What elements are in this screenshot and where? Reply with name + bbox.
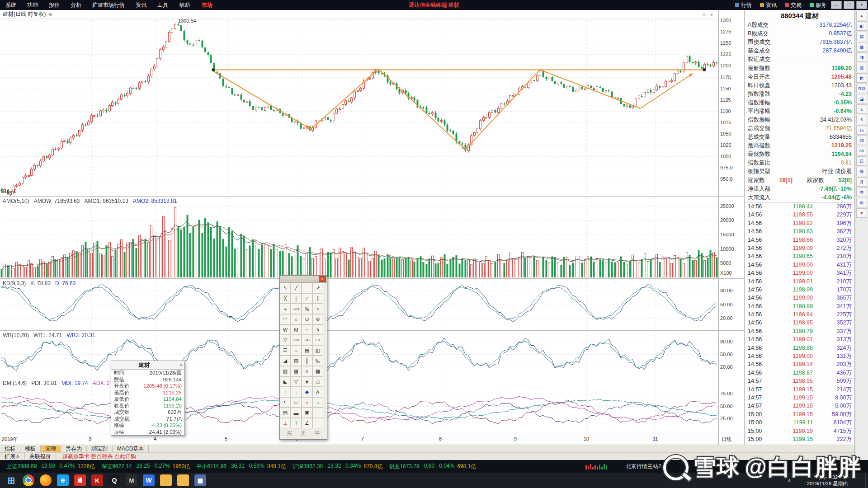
draw-tool-⊙[interactable]: ⊙ [302, 314, 312, 324]
draw-tool-▥[interactable]: ▥ [312, 345, 323, 356]
menu-item-功能[interactable]: 功能 [22, 0, 43, 10]
draw-tool-%[interactable]: % [302, 304, 312, 314]
strip-button-▼[interactable]: ▼ [856, 208, 867, 218]
draw-tool-⊘[interactable]: ⊘ [312, 314, 323, 324]
draw-tool-∠[interactable]: ∠ [302, 418, 312, 428]
draw-tool-—[interactable]: — [302, 283, 312, 293]
draw-tool-▤[interactable]: ▤ [302, 345, 312, 356]
tab-关联报价[interactable]: 关联报价 [25, 453, 56, 460]
tick-list[interactable]: 14:561198.44286万14:561198.55229万14:56119… [745, 202, 855, 443]
firefox-icon[interactable] [40, 474, 52, 486]
tab-模板[interactable]: 模板 [20, 446, 41, 452]
draw-tool-W[interactable]: W [280, 324, 291, 335]
chrome-icon[interactable] [23, 474, 34, 486]
folder-icon[interactable] [160, 474, 172, 486]
amo-volume-chart-canvas[interactable] [0, 197, 718, 277]
maximize-button[interactable]: □ [844, 1, 854, 9]
draw-tool-╱[interactable]: ╱ [291, 283, 302, 293]
draw-tool-▬[interactable]: ▬ [291, 408, 302, 418]
scroll-corner-icons[interactable]: ◇ ▸ [703, 12, 719, 17]
menu-item-工具[interactable]: 工具 [152, 0, 174, 10]
draw-tool-▽[interactable]: ▽ [280, 335, 291, 345]
draw-tool-○[interactable]: ○ [312, 397, 323, 408]
data-tooltip-window[interactable]: 建材 × 时间2019/11/28/四数值925.144开盘价1205.48 (… [111, 361, 185, 436]
qq-icon[interactable]: Q [108, 474, 120, 486]
draw-tool-GN[interactable]: GN [291, 335, 302, 345]
grid-app-icon[interactable]: ▦ [194, 474, 206, 486]
draw-tool-▣[interactable]: ▣ [302, 408, 312, 418]
draw-tool-T[interactable]: T [291, 418, 302, 428]
strip-button-◪[interactable]: ◪ [856, 94, 867, 103]
quote-info-panel[interactable]: 880344 建材 A股成交3178.1254亿B股成交0.9537亿国债成交7… [744, 10, 855, 445]
tdx-red-icon[interactable]: 通 [74, 474, 86, 486]
kd-lines-chart-canvas[interactable] [0, 279, 718, 329]
menu-item-帮助[interactable]: 帮助 [174, 0, 195, 10]
draw-tool-▩[interactable]: ▩ [312, 366, 323, 376]
draw-tool-|||[interactable]: ||| [302, 366, 312, 376]
palette-卖-button[interactable]: 卖 [301, 430, 306, 437]
tab-MACD基本[interactable]: MACD基本 [113, 446, 149, 452]
menu-item-扩展市场行情[interactable]: 扩展市场行情 [87, 0, 130, 10]
draw-tool-¶[interactable]: ¶ [280, 397, 291, 408]
menubar-right-交易[interactable]: 交易 [781, 1, 805, 9]
draw-tool-×[interactable]: × [302, 397, 312, 408]
main-candles-chart-canvas[interactable] [0, 19, 718, 196]
menubar-right-服务[interactable]: 服务 [806, 1, 830, 9]
strip-button-1[interactable]: 1 [856, 104, 867, 114]
close-button[interactable]: × [856, 1, 867, 9]
ie-icon[interactable]: e [57, 474, 69, 486]
menu-item-market[interactable]: 市场 [195, 0, 219, 10]
draw-tool-∧[interactable]: ∧ [312, 324, 323, 335]
strip-button-▲[interactable]: ▲ [856, 11, 867, 20]
draw-tool-A[interactable]: A [312, 387, 323, 397]
right-tool-strip[interactable]: ▲◧▤▦◨▥◩RSI◪15153060日周月季年▼ [855, 10, 868, 460]
draw-tool-╳[interactable]: ╳ [280, 293, 291, 304]
strip-button-◨[interactable]: ◨ [856, 52, 867, 62]
dmi-lines-chart-canvas[interactable] [0, 379, 718, 433]
draw-tool-□[interactable]: □ [312, 376, 323, 387]
draw-tool-▽[interactable]: ▽ [291, 376, 302, 387]
tab-另存为[interactable]: 另存为 [61, 446, 87, 452]
start-icon[interactable]: ⊞ [5, 474, 17, 486]
menubar-right-行情[interactable]: 行情 [731, 1, 755, 9]
strip-button-◧[interactable]: ◧ [856, 21, 867, 31]
draw-tool-▤[interactable]: ▤ [280, 408, 291, 418]
draw-tool-∕[interactable]: ∕ [302, 293, 312, 304]
draw-tool-◆[interactable]: ◆ [302, 387, 312, 397]
draw-tool-▧[interactable]: ▧ [291, 356, 302, 366]
draw-tool-≈[interactable]: ≈ [312, 304, 323, 314]
folder2-icon[interactable] [177, 474, 189, 486]
minimize-button[interactable]: — [831, 1, 842, 9]
tooltip-header[interactable]: 建材 × [111, 361, 184, 370]
tab-绑定到[interactable]: 绑定到 [87, 446, 113, 452]
tab-管理[interactable]: 管理 [41, 446, 61, 452]
palette-titlebar[interactable]: × [280, 276, 327, 283]
draw-tool-▦[interactable]: ▦ [291, 366, 302, 376]
close-icon[interactable]: × [177, 362, 184, 368]
draw-tool-≡[interactable]: ≡ [291, 345, 302, 356]
wr-lines-chart-canvas[interactable] [0, 331, 718, 377]
draw-tool-◣[interactable]: ◣ [280, 376, 291, 387]
menu-item-分析[interactable]: 分析 [65, 0, 87, 10]
strip-button-季[interactable]: 季 [856, 188, 867, 197]
drawing-toolbar-window[interactable]: × ↖╱—↗╳┼∕∥+123%≈◠○⊙⊘WM~∧▽GNGBFB☰≡▤▥◢▧║‰▨… [279, 275, 327, 440]
strip-button-60[interactable]: 60 [856, 146, 867, 155]
strip-button-RSI[interactable]: RSI [856, 84, 867, 93]
strip-button-▥[interactable]: ▥ [856, 63, 867, 72]
promo-link[interactable]: 超赢版季卡 整点秒杀 点此订购 [56, 453, 136, 460]
period-selector[interactable]: 日线 [722, 436, 731, 443]
draw-tool-M[interactable]: M [291, 324, 302, 335]
draw-tool-⊥[interactable]: ⊥ [280, 418, 291, 428]
draw-tool-◢[interactable]: ◢ [280, 356, 291, 366]
menubar-right-资讯[interactable]: 资讯 [756, 1, 780, 9]
strip-button-15[interactable]: 15 [856, 125, 867, 135]
draw-tool-║[interactable]: ║ [302, 356, 312, 366]
menu-item-系统[interactable]: 系统 [0, 0, 22, 10]
indicator-tab-row[interactable]: 指标模板管理另存为绑定到MACD基本 [0, 445, 854, 453]
strip-button-5[interactable]: 5 [856, 115, 867, 124]
strip-button-月[interactable]: 月 [856, 177, 867, 187]
draw-tool-123[interactable]: 123 [291, 304, 302, 314]
black-app-icon[interactable]: M [126, 474, 137, 486]
draw-tool-▼[interactable]: ▼ [302, 376, 312, 387]
wps-icon[interactable]: W [143, 474, 155, 486]
